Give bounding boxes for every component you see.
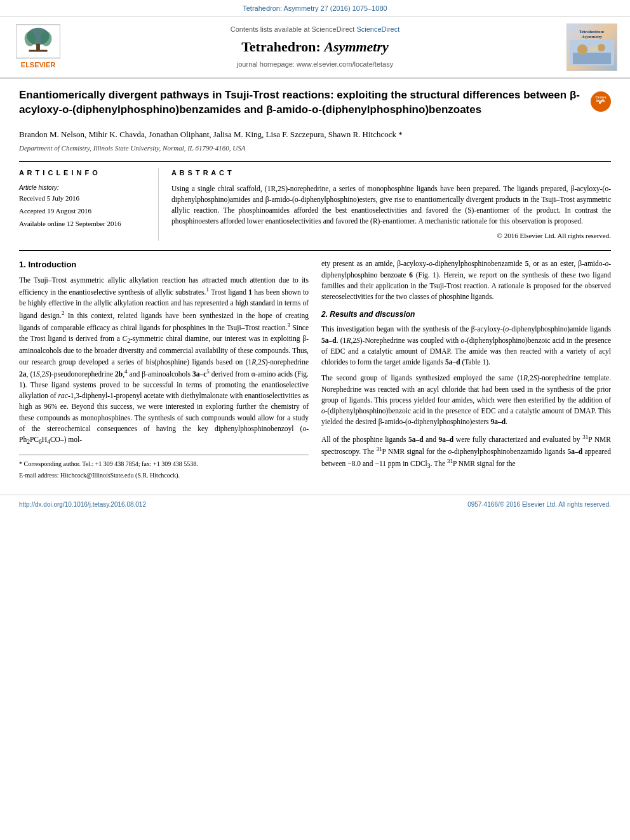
svg-point-3 — [41, 32, 51, 46]
journal-name-display: Tetrahedron: Asymmetry — [70, 37, 560, 57]
article-title-text: Enantiomerically divergent pathways in T… — [19, 88, 584, 121]
svg-point-9 — [598, 44, 605, 51]
crossmark-icon: ✓ Cross Mark — [592, 93, 610, 110]
corresponding-author-footnote: * Corresponding author. Tel.: +1 309 438… — [19, 459, 309, 469]
svg-rect-10 — [589, 46, 598, 51]
email-footnote: E-mail address: Hitchcock@IllinoisState.… — [19, 470, 309, 480]
available-date: Available online 12 September 2016 — [19, 219, 149, 229]
elsevier-wordmark: ELSEVIER — [21, 60, 55, 70]
sciencedirect-link[interactable]: ScienceDirect — [356, 25, 399, 33]
footnotes-section: * Corresponding author. Tel.: +1 309 438… — [19, 455, 309, 480]
citation-text: Tetrahedron: Asymmetry 27 (2016) 1075–10… — [243, 4, 387, 12]
author-names: Brandon M. Nelson, Mihir K. Chavda, Jona… — [19, 130, 403, 139]
journal-citation-bar: Tetrahedron: Asymmetry 27 (2016) 1075–10… — [0, 0, 630, 17]
article-title: Enantiomerically divergent pathways in T… — [19, 88, 584, 117]
journal-homepage-line: journal homepage: www.elsevier.com/locat… — [70, 60, 560, 70]
abstract-copyright: © 2016 Elsevier Ltd. All rights reserved… — [171, 231, 611, 241]
body-column-left: 1. Introduction The Tsuji–Trost asymmetr… — [19, 258, 309, 481]
journal-header: ELSEVIER Contents lists available at Sci… — [0, 17, 630, 79]
journal-name-main: Tetrahedron: — [241, 39, 324, 55]
contents-available-line: Contents lists available at ScienceDirec… — [70, 25, 560, 35]
journal-name-italic: Asymmetry — [324, 39, 388, 55]
intro-paragraph-1: The Tsuji–Trost asymmetric allylic alkyl… — [19, 275, 309, 447]
corner-journal-title: Tetrahedron:Asymmetry — [579, 29, 605, 40]
body-column-right: ety present as an amide, β-acyloxy-o-dip… — [321, 258, 611, 481]
crossmark-badge: ✓ Cross Mark — [591, 91, 611, 112]
article-info-heading: A R T I C L E I N F O — [19, 168, 149, 178]
elsevier-logo-svg — [17, 25, 60, 58]
introduction-heading: 1. Introduction — [19, 258, 309, 271]
journal-center-info: Contents lists available at ScienceDirec… — [70, 25, 560, 70]
body-text-columns: 1. Introduction The Tsuji–Trost asymmetr… — [19, 258, 611, 481]
svg-point-8 — [577, 44, 587, 55]
results-paragraph-3: All of the phosphine ligands 5a–d and 9a… — [321, 433, 611, 471]
article-title-section: Enantiomerically divergent pathways in T… — [19, 88, 611, 121]
contents-text: Contents lists available at ScienceDirec… — [231, 25, 355, 33]
svg-rect-7 — [573, 53, 611, 64]
received-date: Received 5 July 2016 — [19, 194, 149, 204]
doi-link[interactable]: http://dx.doi.org/10.1016/j.tetasy.2016.… — [19, 500, 146, 510]
section-divider — [19, 250, 611, 251]
main-content-area: Enantiomerically divergent pathways in T… — [0, 79, 630, 495]
results-heading: 2. Results and discussion — [321, 309, 611, 320]
col2-intro-continuation: ety present as an amide, β-acyloxy-o-dip… — [321, 258, 611, 302]
issn-copyright: 0957-4166/© 2016 Elsevier Ltd. All right… — [467, 500, 611, 510]
svg-text:Mark: Mark — [596, 99, 606, 103]
elsevier-graphic — [16, 24, 60, 59]
authors-line: Brandon M. Nelson, Mihir K. Chavda, Jona… — [19, 129, 611, 141]
svg-rect-5 — [29, 50, 47, 52]
article-info-abstract-columns: A R T I C L E I N F O Article history: R… — [19, 161, 611, 241]
abstract-text-body: Using a single chiral scaffold, (1R,2S)-… — [171, 183, 611, 227]
history-label: Article history: — [19, 183, 149, 193]
elsevier-logo-section: ELSEVIER — [13, 24, 64, 70]
results-paragraph-2: The second group of ligands synthesized … — [321, 373, 611, 427]
abstract-panel: A B S T R A C T Using a single chiral sc… — [171, 168, 611, 241]
journal-corner-thumbnail: Tetrahedron:Asymmetry — [566, 23, 617, 71]
results-paragraph-1: This investigation began with the synthe… — [321, 324, 611, 368]
article-info-panel: A R T I C L E I N F O Article history: R… — [19, 168, 159, 241]
bottom-links-bar: http://dx.doi.org/10.1016/j.tetasy.2016.… — [0, 495, 630, 515]
author-affiliation: Department of Chemistry, Illinois State … — [19, 143, 611, 154]
abstract-heading: A B S T R A C T — [171, 168, 611, 178]
corner-image-graphic — [570, 40, 614, 65]
svg-point-2 — [25, 32, 36, 46]
accepted-date: Accepted 19 August 2016 — [19, 206, 149, 217]
